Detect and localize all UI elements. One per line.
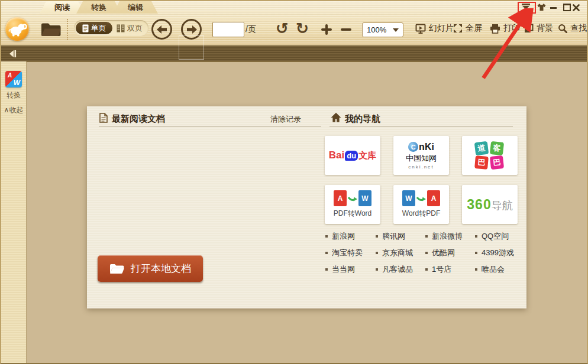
double-page-button[interactable]: 双页 <box>112 22 147 34</box>
bullet-icon <box>425 252 428 254</box>
nav-link-label: 新浪微博 <box>432 231 463 242</box>
nav-link-yhd[interactable]: 1号店 <box>425 264 451 275</box>
nav-tile-doc88[interactable]: 道 客 巴 巴 <box>462 136 518 175</box>
doc88-logo: 道 客 巴 巴 <box>475 142 505 169</box>
find-button[interactable]: 查找 <box>558 23 587 34</box>
nav-link-4399[interactable]: 4399游戏 <box>475 248 514 258</box>
rotate-right-button[interactable]: ↻ <box>296 21 309 36</box>
nav-link-label: 优酷网 <box>432 248 455 258</box>
pdf-doc-icon: A <box>427 190 440 206</box>
nav-link-sina[interactable]: 新浪网 <box>325 231 355 242</box>
zoom-level-select[interactable]: 100% <box>362 22 403 37</box>
bullet-icon <box>475 235 477 238</box>
sidebar-collapse-button[interactable]: ∧收起 <box>1 105 26 115</box>
bullet-icon <box>376 252 378 254</box>
zoom-level-value: 100% <box>363 25 393 34</box>
bullet-icon <box>425 235 428 238</box>
nav-tile-360-nav[interactable]: 360导航 <box>462 185 518 224</box>
arrow-right-icon <box>186 25 198 34</box>
background-button[interactable]: 背景 <box>524 23 553 34</box>
clear-history-button[interactable]: 清除记录 <box>270 114 301 125</box>
bullet-icon <box>325 252 328 254</box>
tab-edit[interactable]: 编辑 <box>113 1 158 14</box>
skin-icon[interactable] <box>537 3 547 14</box>
close-button[interactable] <box>573 3 580 10</box>
secondary-bar <box>1 46 587 62</box>
fullscreen-label: 全屏 <box>466 23 482 34</box>
background-label: 背景 <box>537 23 553 34</box>
pdf-to-word-logo: A W <box>334 190 371 206</box>
doc88-char-1: 道 <box>474 141 489 156</box>
baidu-bai-text: Bai <box>329 150 344 161</box>
bullet-icon <box>475 252 477 254</box>
top-chrome: 阅读 转换 编辑 <box>1 1 587 46</box>
360-nav-logo: 360导航 <box>467 197 512 213</box>
single-page-icon <box>82 24 89 32</box>
nav-link-vancl[interactable]: 凡客诚品 <box>376 264 413 275</box>
cnki-subtitle: 中国知网 <box>406 153 437 164</box>
bullet-icon <box>475 268 477 271</box>
single-page-button[interactable]: 单页 <box>76 22 112 34</box>
print-button[interactable]: 打印 <box>490 23 520 34</box>
nav-link-label: 淘宝特卖 <box>332 248 363 258</box>
nav-link-label: 新浪网 <box>332 231 355 242</box>
doc88-char-2: 客 <box>490 141 504 155</box>
bullet-icon <box>325 235 328 238</box>
nav-link-youku[interactable]: 优酷网 <box>425 248 455 258</box>
nav-tile-word-to-pdf[interactable]: W A Word转PDF <box>393 185 449 224</box>
nav-link-qzone[interactable]: QQ空间 <box>475 231 509 242</box>
zoom-out-button[interactable] <box>341 24 351 35</box>
convert-arrow-icon <box>416 195 426 202</box>
background-icon <box>524 24 534 33</box>
nav-link-qq[interactable]: 腾讯网 <box>376 231 405 242</box>
open-file-button[interactable] <box>40 21 62 40</box>
nav-tile-pdf-to-word[interactable]: A W PDF转Word <box>325 185 380 224</box>
cnki-logo: C nKi <box>408 142 434 152</box>
slideshow-button[interactable]: 幻灯片 <box>415 23 454 34</box>
nav-link-label: QQ空间 <box>482 231 509 242</box>
recent-docs-title: 最新阅读文档 <box>112 113 165 125</box>
page-number-input[interactable] <box>212 22 244 37</box>
previous-page-button[interactable] <box>151 19 172 40</box>
pdf-to-word-label: PDF转Word <box>334 209 371 219</box>
nav-link-label: 1号店 <box>432 264 451 275</box>
my-navigation-title: 我的导航 <box>345 113 380 125</box>
nav-link-label: 唯品会 <box>482 264 505 275</box>
slideshow-icon <box>415 24 426 34</box>
360-suffix-text: 导航 <box>492 200 513 212</box>
open-local-document-button[interactable]: 打开本地文档 <box>98 255 203 282</box>
shirt-icon <box>537 3 547 11</box>
nav-link-taobao[interactable]: 淘宝特卖 <box>325 248 363 258</box>
print-icon <box>490 24 500 34</box>
maximize-button[interactable] <box>563 4 571 11</box>
page-suffix-label: /页 <box>245 24 256 35</box>
nav-link-jd[interactable]: 京东商城 <box>376 248 413 258</box>
collapse-sidebar-button[interactable] <box>7 49 17 61</box>
sidebar-collapse-label: 收起 <box>9 106 23 114</box>
zoom-in-button[interactable] <box>321 24 332 35</box>
rotate-left-button[interactable]: ↺ <box>276 21 289 36</box>
nav-link-vip[interactable]: 唯品会 <box>475 264 505 275</box>
search-icon <box>558 24 567 33</box>
pdf-reader-window: 阅读 转换 编辑 <box>0 0 588 364</box>
nav-link-label: 4399游戏 <box>482 248 514 258</box>
fullscreen-button[interactable]: 全屏 <box>453 23 482 34</box>
focus-highlight-box <box>179 35 204 60</box>
sidebar-convert-label: 转换 <box>1 90 26 100</box>
recent-docs-underline <box>99 126 321 126</box>
minimize-button[interactable] <box>550 7 557 9</box>
document-icon <box>99 113 108 123</box>
toolbar-separator <box>67 19 68 40</box>
my-navigation-underline <box>329 126 513 126</box>
360-brand-text: 360 <box>467 197 491 212</box>
pdf-doc-icon: A <box>334 190 347 206</box>
elephant-icon <box>5 17 29 41</box>
nav-link-label: 腾讯网 <box>382 231 405 242</box>
word-doc-icon: W <box>358 190 371 206</box>
pdf-to-word-tool-button[interactable]: A W <box>5 71 22 87</box>
nav-link-weibo[interactable]: 新浪微博 <box>425 231 463 242</box>
nav-tile-cnki[interactable]: C nKi 中国知网 cnki.net <box>393 136 449 175</box>
nav-tile-baidu-wenku[interactable]: Bai du 文库 <box>325 136 380 175</box>
nav-link-dangdang[interactable]: 当当网 <box>325 264 355 275</box>
cnki-url: cnki.net <box>408 164 434 170</box>
